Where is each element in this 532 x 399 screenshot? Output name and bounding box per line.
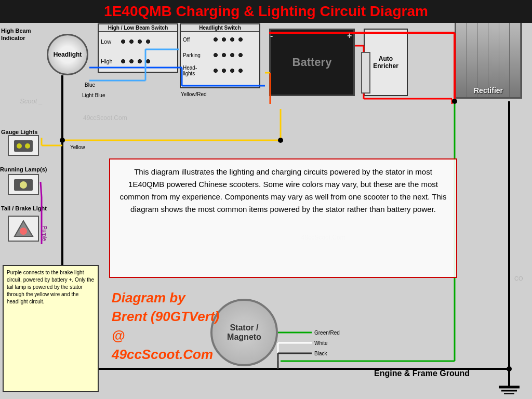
light-blue-wire-label: Light Blue [82, 92, 105, 98]
yellow-wire-label: Yellow [70, 144, 85, 150]
battery-plus: + [347, 31, 352, 41]
connector-dot [238, 53, 243, 57]
rectifier: Rectifier [455, 21, 522, 99]
connector-dot [214, 53, 218, 57]
battery-minus: - [270, 31, 273, 41]
ground-label: Engine & Frame Ground [374, 369, 470, 378]
connector-dot [129, 59, 134, 63]
svg-text:Green/Red: Green/Red [314, 330, 340, 336]
hlb-row-low: Low [99, 32, 177, 51]
headlight-switch: Headlight Switch Off Parking Head-lights [180, 23, 260, 88]
high-beam-indicator-label: High BeamIndicator [1, 27, 48, 42]
main-container: 1E40QMB Charging & Lighting Circuit Diag… [0, 0, 532, 399]
purple-note-text: Purple connects to the brake light circu… [7, 270, 94, 304]
connector-dot [146, 39, 150, 44]
connector-dot [238, 37, 243, 42]
connector-dot [121, 39, 125, 44]
watermark-1: 49ccScoot.Com [83, 114, 127, 122]
blue-wire-label: Blue [85, 82, 95, 88]
stator-magneto: Stator /Magneto [210, 299, 278, 366]
svg-point-49 [25, 143, 30, 149]
connector-dot [214, 37, 218, 42]
battery: Battery [269, 29, 355, 96]
watermark-scoot: Scoot _ [20, 97, 43, 105]
connector-dot [230, 37, 234, 42]
tail-brake-label: Tail / Brake Light [1, 205, 47, 211]
svg-text:Yellow/Red: Yellow/Red [181, 91, 207, 97]
gauge-lights-label: Gauge Lights [1, 129, 37, 135]
fuse [361, 52, 370, 94]
connector-dot [121, 59, 125, 63]
tail-brake-component [8, 216, 39, 242]
info-text: This diagram illustrates the lighting an… [119, 167, 446, 214]
svg-point-43 [60, 138, 65, 143]
svg-text:Purple: Purple [42, 226, 47, 241]
headlight-switch-title: Headlight Switch [181, 24, 259, 32]
page-title: 1E40QMB Charging & Lighting Circuit Diag… [0, 0, 532, 23]
svg-point-46 [507, 366, 512, 371]
connector-dot [230, 53, 234, 57]
high-low-beam-switch: High / Low Beam Switch Low High [98, 23, 178, 73]
svg-text:Black: Black [314, 351, 327, 356]
running-lamps-label: Running Lamp(s) [0, 166, 47, 172]
svg-point-48 [17, 143, 22, 149]
connector-dot [214, 69, 218, 73]
gauge-lights-component [8, 135, 39, 156]
svg-point-53 [20, 228, 27, 235]
svg-line-39 [41, 182, 42, 197]
connector-dot [146, 59, 150, 63]
info-box: This diagram illustrates the lighting an… [109, 158, 457, 278]
watermark-co: CO [514, 275, 523, 282]
connector-dot [138, 39, 142, 44]
battery-label: Battery [292, 56, 332, 69]
hlb-switch-title: High / Low Beam Switch [99, 24, 177, 32]
svg-point-44 [278, 138, 283, 143]
connector-dot [138, 59, 142, 63]
hs-row-parking: Parking [181, 47, 259, 63]
enricher-label: AutoEnricher [373, 55, 398, 70]
connector-dot [222, 69, 226, 73]
stator-label: Stator /Magneto [227, 323, 261, 342]
connector-dot [129, 39, 134, 44]
connector-dot [238, 69, 243, 73]
svg-text:White: White [314, 340, 328, 346]
hs-row-off: Off [181, 32, 259, 47]
running-lamps-component [8, 174, 39, 195]
svg-point-45 [452, 99, 457, 104]
headlight-component: Headlight [47, 34, 88, 75]
connector-dot [222, 53, 226, 57]
connector-dot [222, 37, 226, 42]
svg-point-51 [20, 181, 27, 189]
connector-dot [230, 69, 234, 73]
hs-row-headlights: Head-lights [181, 63, 259, 78]
rectifier-label: Rectifier [474, 86, 503, 95]
purple-note-box: Purple connects to the brake light circu… [3, 265, 99, 392]
diagram-by-label: Diagram by Brent (90GTVert) @ 49ccScoot.… [112, 288, 219, 364]
hlb-row-high: High [99, 51, 177, 71]
